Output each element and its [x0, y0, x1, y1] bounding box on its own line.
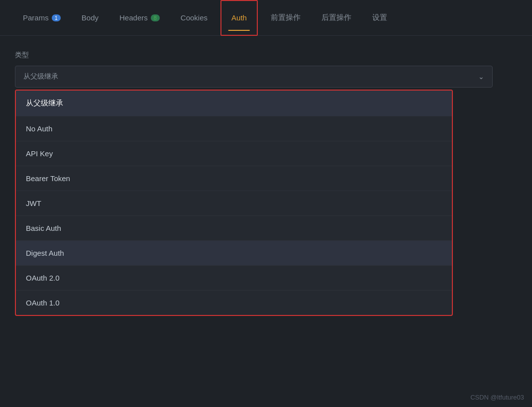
dropdown-item-oauth1[interactable]: OAuth 1.0: [16, 291, 452, 315]
tab-auth[interactable]: Auth: [220, 0, 258, 36]
dropdown-item-oauth2[interactable]: OAuth 2.0: [16, 266, 452, 291]
tab-body-label: Body: [82, 13, 99, 22]
tab-params[interactable]: Params 1: [15, 0, 69, 36]
chevron-down-icon: ⌄: [478, 73, 484, 81]
type-label: 类型: [15, 51, 517, 60]
dropdown-item-jwt[interactable]: JWT: [16, 191, 452, 216]
tab-pre-op-label: 前置操作: [271, 13, 301, 22]
dropdown-item-api-key-label: API Key: [26, 149, 53, 158]
dropdown-item-inherit-label: 从父级继承: [26, 99, 63, 107]
dropdown-item-jwt-label: JWT: [26, 199, 41, 207]
dropdown-item-api-key[interactable]: API Key: [16, 141, 452, 166]
select-box-value: 从父级继承: [23, 72, 58, 81]
tab-auth-label: Auth: [231, 13, 247, 22]
tab-headers[interactable]: Headers 8: [111, 0, 168, 36]
auth-type-select[interactable]: 从父级继承 ⌄: [15, 66, 493, 88]
tab-bar: Params 1 Body Headers 8 Cookies Auth 前置操…: [0, 0, 532, 36]
dropdown-item-no-auth-label: No Auth: [26, 124, 52, 133]
tab-settings[interactable]: 设置: [364, 0, 395, 36]
dropdown-item-no-auth[interactable]: No Auth: [16, 116, 452, 141]
dropdown-item-bearer-token[interactable]: Bearer Token: [16, 166, 452, 191]
dropdown-item-digest-auth[interactable]: Digest Auth: [16, 241, 452, 266]
tab-cookies-label: Cookies: [181, 13, 208, 22]
dropdown-item-inherit[interactable]: 从父级继承: [16, 91, 452, 116]
tab-cookies[interactable]: Cookies: [173, 0, 215, 36]
dropdown-item-bearer-token-label: Bearer Token: [26, 174, 70, 183]
tab-params-badge: 1: [52, 14, 61, 21]
tab-post-op-label: 后置操作: [321, 13, 351, 22]
dropdown-item-basic-auth[interactable]: Basic Auth: [16, 216, 452, 241]
auth-type-dropdown: 从父级继承 No Auth API Key Bearer Token JWT B…: [15, 90, 453, 316]
dropdown-item-digest-auth-label: Digest Auth: [26, 249, 64, 257]
tab-params-label: Params: [23, 13, 49, 22]
tab-pre-op[interactable]: 前置操作: [263, 0, 309, 36]
watermark: CSDN @ltfuture03: [470, 394, 524, 401]
dropdown-item-oauth2-label: OAuth 2.0: [26, 274, 60, 282]
tab-body[interactable]: Body: [74, 0, 106, 36]
tab-post-op[interactable]: 后置操作: [314, 0, 359, 36]
dropdown-item-oauth1-label: OAuth 1.0: [26, 299, 60, 307]
tab-headers-label: Headers: [119, 13, 148, 22]
tab-headers-badge: 8: [151, 14, 160, 21]
dropdown-item-basic-auth-label: Basic Auth: [26, 224, 61, 232]
tab-settings-label: 设置: [372, 13, 387, 22]
